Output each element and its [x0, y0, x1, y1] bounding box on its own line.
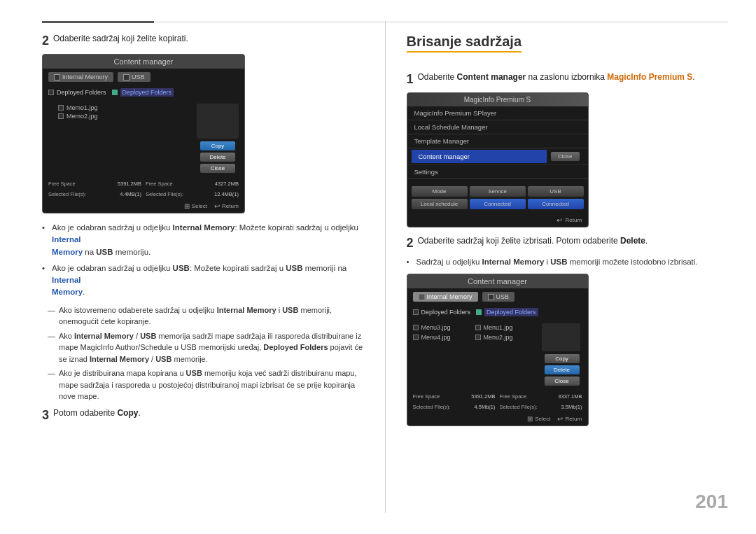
space-row: Free Space 5391.2MB Free Space 4327.2MB: [43, 178, 244, 189]
delete-button[interactable]: Delete: [200, 153, 235, 162]
file-grid: Menu3.jpg Menu1.jpg Menu4.jpg Menu2: [413, 323, 536, 342]
rb1-bold2: USB: [550, 258, 567, 266]
sub2-bold1: Internal Memory: [74, 332, 134, 340]
right-side: Copy Delete Close: [197, 104, 239, 176]
file-check-menu3[interactable]: [413, 325, 419, 330]
grid-local-schedule[interactable]: Local schedule: [412, 199, 468, 209]
file-name-1: Memo1.jpg: [66, 104, 98, 111]
deployed-label-left-2: Deployed Folders: [421, 309, 471, 316]
free-space-3: Free Space 5391.2MB: [413, 393, 496, 400]
magic-menu-4-row: Content manager Close: [407, 148, 588, 165]
tab-usb[interactable]: USB: [118, 72, 150, 82]
file-check-2[interactable]: [58, 113, 64, 119]
magic-menu-3[interactable]: Template Manager: [407, 134, 588, 148]
return-icon-area: ↩ Return: [214, 202, 239, 210]
action-buttons: Copy Delete Close: [197, 139, 239, 176]
page-number: 201: [695, 491, 728, 513]
deployed-label-left: Deployed Folders: [57, 89, 106, 96]
sub2-bold2: USB: [140, 332, 156, 340]
tab-internal-memory[interactable]: Internal Memory: [48, 72, 113, 82]
step2-text: Odaberite sadržaj koji želite kopirati.: [53, 34, 188, 43]
tab-internal-label: Internal Memory: [62, 73, 108, 80]
magic-menu-1[interactable]: MagicInfo Premium SPlayer: [407, 106, 588, 120]
grid-mode[interactable]: Mode: [412, 186, 468, 197]
magicinfo-box: MagicInfo Premium S MagicInfo Premium SP…: [407, 92, 589, 227]
selected-1: Selected File(s): 4.4MB(1): [48, 191, 141, 197]
content-area: Memo1.jpg Memo2.jpg Copy Delete Close: [43, 101, 244, 178]
bullet-1-bold2: InternalMemory: [52, 235, 83, 255]
select-icon-2: ⊞: [527, 415, 533, 423]
content-area-2: Menu3.jpg Menu1.jpg Menu4.jpg Menu2: [407, 321, 588, 391]
copy-button-2[interactable]: Copy: [545, 354, 580, 363]
grid-connected-2[interactable]: Connected: [528, 199, 584, 209]
file-check-menu2[interactable]: [475, 335, 481, 340]
tab-usb-check: [123, 74, 130, 80]
magic-return-bar: ↩ Return: [407, 213, 588, 227]
deployed-check-right: [112, 90, 118, 95]
preview-panel-2: [542, 323, 580, 351]
tab-internal-check-2: [419, 294, 425, 300]
file-check-1[interactable]: [58, 105, 64, 111]
deployed-label-right: Deployed Folders: [120, 88, 174, 97]
right-step1-number: 1: [407, 72, 414, 87]
magic-menu-4[interactable]: Content manager: [412, 150, 547, 163]
deployed-folder-right-2: Deployed Folders: [476, 307, 538, 318]
step3-bold: Copy: [117, 408, 138, 418]
sub2-bold3: Deployed Folders: [263, 343, 328, 351]
file-check-menu4[interactable]: [413, 335, 419, 340]
deployed-row-2: Deployed Folders Deployed Folders: [407, 305, 588, 321]
selected-val-3: 4.5Mb(1): [474, 404, 495, 410]
file-name-2: Memo2.jpg: [66, 113, 98, 120]
free-space-val-4: 3337.1MB: [558, 393, 582, 400]
tab-internal-2[interactable]: Internal Memory: [413, 292, 478, 302]
step1-bold1: Content manager: [457, 72, 526, 82]
tab-usb-2[interactable]: USB: [482, 292, 515, 302]
close-button-2[interactable]: Close: [545, 377, 580, 386]
selected-val-4: 3.5Mb(1): [561, 404, 582, 410]
preview-panel: [197, 104, 239, 139]
right-step2-number: 2: [407, 236, 414, 251]
close-button[interactable]: Close: [200, 164, 235, 173]
file-list: Memo1.jpg Memo2.jpg: [48, 104, 191, 120]
step3-line: 3 Potom odaberite Copy.: [42, 408, 364, 423]
file-check-menu1[interactable]: [475, 325, 481, 330]
copy-button[interactable]: Copy: [200, 141, 235, 150]
magic-menu-2[interactable]: Local Schedule Manager: [407, 120, 588, 134]
sub-bullet-3: Ako je distribuirana mapa kopirana u USB…: [48, 367, 364, 402]
grid-service[interactable]: Service: [470, 186, 526, 197]
file-list-panel: Memo1.jpg Memo2.jpg: [48, 104, 191, 176]
selected-row: Selected File(s): 4.4MB(1) Selected File…: [43, 189, 244, 199]
magic-close-button[interactable]: Close: [551, 152, 579, 161]
left-column: 2 Odaberite sadržaj koji želite kopirati…: [42, 21, 385, 513]
deployed-check-left-2: [413, 309, 419, 315]
magic-settings[interactable]: Settings: [407, 165, 588, 179]
right-bullet-list: Sadržaj u odjeljku Internal Memory i USB…: [407, 256, 729, 268]
return-label-2: Return: [565, 416, 582, 422]
free-space-label-2: Free Space: [146, 181, 173, 187]
grid-usb[interactable]: USB: [528, 186, 584, 197]
bullet-2: Ako je odabran sadržaj u odjeljku USB: M…: [42, 262, 364, 299]
return-icon-2: ↩: [557, 415, 563, 423]
right-bullet-1: Sadržaj u odjeljku Internal Memory i USB…: [407, 256, 729, 268]
return-label: Return: [222, 203, 239, 209]
bullet-1-bold1: Internal Memory: [173, 223, 235, 232]
magic-title: MagicInfo Premium S: [407, 93, 588, 106]
section-title-container: Brisanje sadržaja: [407, 34, 729, 62]
delete-button-2[interactable]: Delete: [545, 365, 580, 374]
selected-val-2: 12.4MB(1): [214, 191, 239, 197]
file-row-1: Memo1.jpg: [58, 104, 191, 112]
return-icon-area-2: ↩ Return: [557, 415, 582, 423]
selected-val-1: 4.4MB(1): [120, 191, 141, 197]
right-column: Brisanje sadržaja 1 Odaberite Content ma…: [385, 21, 729, 513]
bottom-bar: ⊞ Select ↩ Return: [43, 199, 244, 213]
file-name-menu2: Menu2.jpg: [484, 334, 513, 341]
select-icon-area: ⊞ Select: [184, 202, 207, 210]
grid-connected-1[interactable]: Connected: [470, 199, 526, 209]
sub-bullet-1: Ako istovremeno odaberete sadržaj u odje…: [48, 304, 364, 328]
right-step2-text: Odaberite sadržaj koji želite izbrisati.…: [418, 236, 648, 246]
tab-internal-check: [54, 74, 60, 80]
return-icon: ↩: [214, 202, 220, 210]
file-row-menu1: Menu1.jpg: [475, 323, 536, 332]
content-manager-title-2: Content manager: [407, 274, 588, 288]
rb1-bold1: Internal Memory: [482, 258, 544, 266]
